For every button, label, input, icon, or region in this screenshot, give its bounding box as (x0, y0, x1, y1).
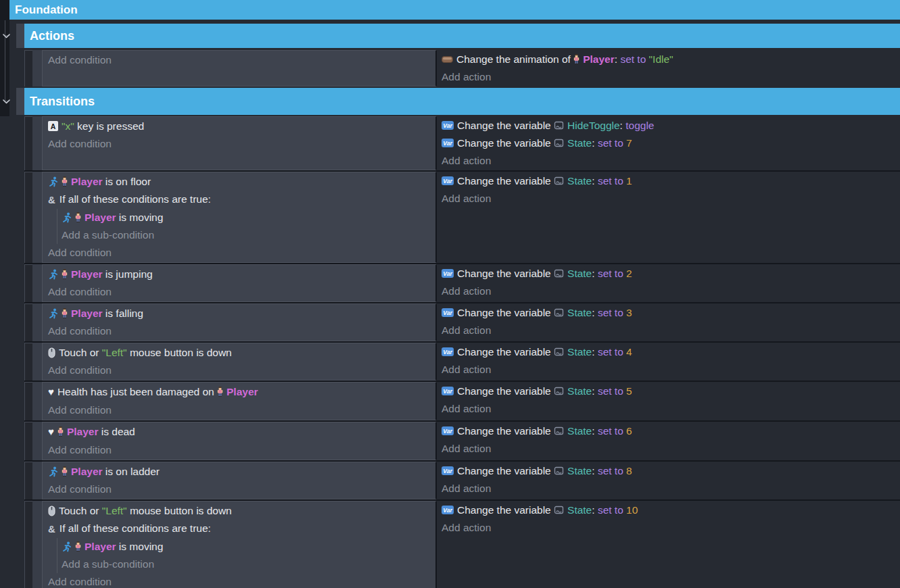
actions-cell: VarChange the variable State: set to 10A… (437, 501, 900, 588)
text-num: 8 (626, 465, 632, 476)
condition-line[interactable]: Player is falling (48, 305, 435, 322)
action-line[interactable]: Change the animation of Player: set to "… (442, 51, 900, 68)
group-header-transitions[interactable]: Transitions (24, 88, 900, 115)
text-txt: If all of these conditions are true: (60, 522, 211, 534)
add-action-button[interactable]: Add action (442, 68, 900, 86)
text-obj: Player (85, 212, 116, 223)
text-txt: is on floor (103, 176, 151, 187)
add-condition-button[interactable]: Add condition (48, 244, 435, 262)
text-num: 1 (626, 175, 632, 187)
add-condition-button[interactable]: Add condition (48, 401, 435, 419)
action-line[interactable]: VarChange the variable State: set to 10 (442, 501, 900, 519)
add-action-button[interactable]: Add action (442, 283, 900, 300)
event-gutter-inner (32, 422, 42, 460)
condition-line[interactable]: Player is moving (62, 209, 435, 226)
add-action-button[interactable]: Add action (442, 480, 900, 497)
condition-line[interactable]: ♥Health has just been damaged on Player (48, 383, 435, 401)
variable-icon: Var (442, 308, 454, 317)
condition-line[interactable]: Player is moving (62, 538, 435, 556)
variable-icon: Var (442, 387, 454, 395)
text-var: State (567, 137, 592, 149)
chevron-down-icon[interactable] (2, 32, 10, 39)
action-line[interactable]: VarChange the variable State: set to 5 (442, 383, 900, 400)
condition-line[interactable]: Touch or "Left" mouse button is down (48, 502, 435, 520)
add-condition-button[interactable]: Add condition (48, 362, 435, 379)
action-line[interactable]: VarChange the variable State: set to 1 (442, 172, 900, 190)
actions-cell: Change the animation of Player: set to "… (437, 50, 900, 87)
variable-icon: Var (442, 506, 454, 514)
player-icon (62, 466, 68, 476)
add-condition-button[interactable]: Add condition (48, 481, 435, 498)
event-gutter-inner (32, 264, 42, 302)
add-action-button[interactable]: Add action (442, 361, 900, 378)
add-action-button[interactable]: Add action (442, 440, 900, 458)
add-action-button[interactable]: Add action (442, 322, 900, 339)
text-txt: is dead (98, 426, 135, 437)
event-gutter (24, 303, 32, 341)
action-line[interactable]: VarChange the variable State: set to 8 (442, 462, 900, 480)
action-line[interactable]: VarChange the variable State: set to 3 (442, 304, 900, 322)
text-var: State (567, 465, 592, 476)
condition-line[interactable]: Touch or "Left" mouse button is down (48, 344, 435, 362)
condition-line[interactable]: A"x" key is pressed (48, 118, 435, 135)
add-condition-button[interactable]: Add condition (48, 441, 435, 459)
event-gutter (24, 382, 32, 420)
platformer-icon (48, 308, 58, 319)
add-sub-condition-button[interactable]: Add a sub-condition (62, 556, 435, 573)
add-condition-button[interactable]: Add condition (48, 283, 435, 301)
varstruct-icon (554, 176, 564, 185)
add-condition-button[interactable]: Add condition (48, 322, 435, 340)
condition-line[interactable]: &If all of these conditions are true: (48, 191, 435, 209)
event-gutter (24, 343, 32, 381)
action-line[interactable]: VarChange the variable State: set to 7 (442, 134, 900, 152)
add-action-button[interactable]: Add action (442, 190, 900, 207)
action-line[interactable]: VarChange the variable State: set to 6 (442, 422, 900, 440)
transitions-events: A"x" key is pressedAdd conditionVarChang… (24, 116, 900, 588)
condition-line[interactable]: ♥Player is dead (48, 423, 435, 441)
add-action-button[interactable]: Add action (442, 519, 900, 537)
event-row: Player is on ladderAdd conditionVarChang… (24, 462, 900, 499)
text-var: State (567, 268, 592, 279)
action-line[interactable]: VarChange the variable State: set to 4 (442, 343, 900, 361)
varstruct-icon (554, 387, 564, 395)
actions-cell: VarChange the variable State: set to 8Ad… (437, 462, 900, 499)
action-line[interactable]: VarChange the variable State: set to 2 (442, 265, 900, 283)
varstruct-icon (554, 506, 564, 514)
text-txt: Change the animation of (456, 53, 573, 65)
text-var: HideToggle (567, 120, 620, 131)
add-condition-button[interactable]: Add condition (48, 51, 435, 69)
text-op: set to (598, 346, 626, 358)
group-title: Actions (30, 29, 74, 43)
event-row: Player is fallingAdd conditionVarChange … (24, 303, 900, 341)
action-line[interactable]: VarChange the variable HideToggle: toggl… (442, 117, 900, 134)
add-condition-button[interactable]: Add condition (48, 135, 435, 153)
text-var: State (567, 385, 592, 397)
chevron-down-icon[interactable] (2, 98, 10, 105)
text-txt: : (592, 268, 598, 279)
condition-line[interactable]: Player is on ladder (48, 463, 435, 481)
mouse-icon (48, 506, 55, 516)
add-action-button[interactable]: Add action (442, 400, 900, 418)
add-action-button[interactable]: Add action (442, 152, 900, 170)
condition-line[interactable]: &If all of these conditions are true: (48, 520, 435, 538)
group-header-foundation[interactable]: Foundation (9, 0, 900, 20)
text-txt: Touch or (59, 347, 102, 358)
text-num: 4 (626, 346, 632, 358)
condition-line[interactable]: Player is jumping (48, 266, 435, 283)
event-gutter (24, 501, 32, 588)
conditions-cell: Player is on floor&If all of these condi… (42, 172, 437, 263)
actions-cell: VarChange the variable State: set to 2Ad… (437, 264, 900, 302)
text-op: set to (598, 504, 626, 516)
text-txt: mouse button is down (127, 347, 232, 358)
event-row: A"x" key is pressedAdd conditionVarChang… (24, 116, 900, 170)
add-condition-button[interactable]: Add condition (48, 573, 435, 588)
event-gutter (24, 50, 32, 87)
text-var: State (567, 504, 592, 516)
group-header-actions[interactable]: Actions (24, 24, 900, 48)
text-var: State (567, 307, 592, 318)
add-sub-condition-button[interactable]: Add a sub-condition (62, 226, 435, 244)
condition-line[interactable]: Player is on floor (48, 173, 435, 191)
player-icon (75, 212, 81, 222)
text-txt: : (592, 385, 598, 397)
text-var: State (567, 175, 592, 187)
